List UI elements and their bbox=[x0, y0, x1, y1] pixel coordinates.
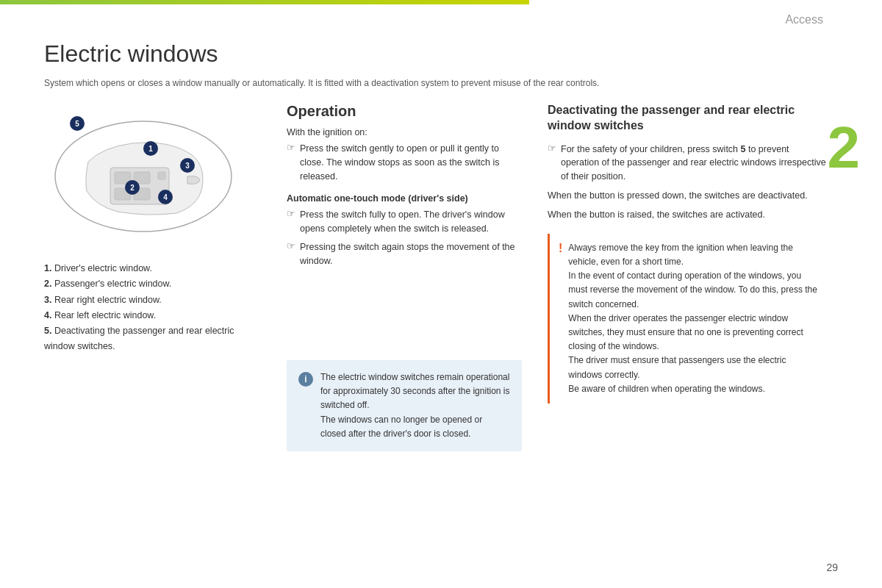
list-item-4: 4. Rear left electric window. bbox=[44, 308, 265, 323]
info-box: i The electric window switches remain op… bbox=[287, 360, 522, 451]
bullet-item-auto-2: ☞ Pressing the switch again stops the mo… bbox=[287, 240, 522, 268]
arrow-icon-1: ☞ bbox=[287, 142, 295, 153]
bullet-text-auto-2: Pressing the switch again stops the move… bbox=[300, 240, 522, 268]
arrow-icon-right: ☞ bbox=[548, 143, 556, 154]
page-subtitle: System which opens or closes a window ma… bbox=[44, 77, 808, 90]
badge-2: 2 bbox=[125, 180, 140, 195]
right-column: Deactivating the passenger and rear elec… bbox=[548, 103, 827, 404]
access-label: Access bbox=[785, 13, 823, 26]
car-diagram: 5 1 3 2 4 bbox=[44, 103, 243, 246]
list-item-1: 1. Driver's electric window. bbox=[44, 261, 265, 276]
bullet-item-1: ☞ Press the switch gently to open or pul… bbox=[287, 142, 522, 183]
auto-mode-title: Automatic one-touch mode (driver's side) bbox=[287, 193, 522, 204]
list-item-5: 5. Deactivating the passenger and rear e… bbox=[44, 323, 265, 355]
chapter-number: 2 bbox=[828, 114, 861, 182]
warning-text: Always remove the key from the ignition … bbox=[568, 241, 818, 396]
info-icon: i bbox=[298, 372, 313, 387]
badge-5: 5 bbox=[70, 116, 85, 131]
info-box-text: The electric window switches remain oper… bbox=[320, 370, 510, 441]
page-title: Electric windows bbox=[44, 40, 218, 68]
warning-content: ! Always remove the key from the ignitio… bbox=[559, 241, 818, 396]
deactivate-bullet: ☞ For the safety of your children, press… bbox=[548, 143, 827, 184]
badge-4: 4 bbox=[158, 190, 173, 204]
deactivate-bullet-text: For the safety of your children, press s… bbox=[561, 143, 827, 184]
operation-title: Operation bbox=[287, 103, 522, 120]
operation-intro: With the ignition on: bbox=[287, 127, 522, 137]
bullet-text-1: Press the switch gently to open or pull … bbox=[300, 142, 522, 183]
middle-column: Operation With the ignition on: ☞ Press … bbox=[287, 103, 522, 272]
info-box-content: i The electric window switches remain op… bbox=[298, 370, 510, 441]
arrow-icon-2: ☞ bbox=[287, 208, 295, 219]
badge-1: 1 bbox=[143, 141, 158, 156]
bullet-item-auto-1: ☞ Press the switch fully to open. The dr… bbox=[287, 208, 522, 236]
warning-icon: ! bbox=[559, 242, 562, 255]
left-column: 5 1 3 2 4 1. Driver's electric window. 2… bbox=[44, 103, 265, 355]
list-item-2: 2. Passenger's electric window. bbox=[44, 276, 265, 292]
page-number: 29 bbox=[826, 562, 838, 573]
deactivate-para-2: When the button is raised, the switches … bbox=[548, 207, 827, 222]
deactivate-para-1: When the button is pressed down, the swi… bbox=[548, 188, 827, 203]
deactivate-title: Deactivating the passenger and rear elec… bbox=[548, 103, 827, 134]
svg-rect-6 bbox=[158, 172, 165, 179]
badge-3: 3 bbox=[180, 158, 195, 173]
bullet-text-auto-1: Press the switch fully to open. The driv… bbox=[300, 208, 522, 236]
top-bar bbox=[0, 0, 529, 4]
arrow-icon-3: ☞ bbox=[287, 240, 295, 251]
warning-box: ! Always remove the key from the ignitio… bbox=[548, 234, 827, 404]
list-item-3: 3. Rear right electric window. bbox=[44, 293, 265, 308]
numbered-list: 1. Driver's electric window. 2. Passenge… bbox=[44, 261, 265, 355]
